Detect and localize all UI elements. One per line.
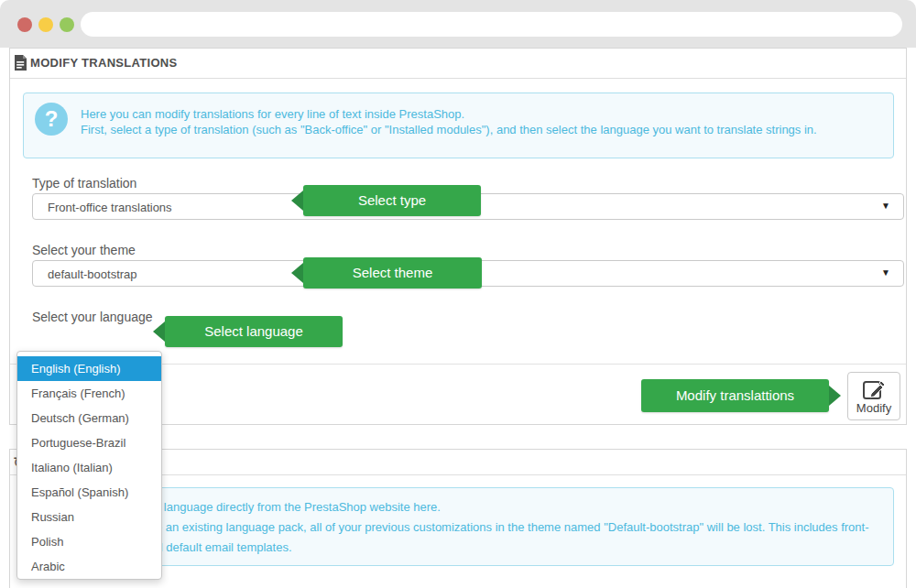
language-option-arabic[interactable]: Arabic <box>17 554 161 579</box>
callout-arrow-left-icon <box>153 321 165 342</box>
select-theme-callout: Select theme <box>303 257 482 289</box>
modify-button-label: Modify <box>848 401 900 415</box>
language-option-portuguese-brazil[interactable]: Portuguese-Brazil <box>17 430 161 455</box>
select-language-label: Select your language <box>32 310 153 324</box>
info-line: Here you can modify translations for eve… <box>81 106 817 122</box>
document-icon <box>14 55 27 75</box>
callout-arrow-right-icon <box>829 386 841 406</box>
info-line: First, select a type of translation (suc… <box>81 122 817 137</box>
caret-down-icon: ▼ <box>881 267 890 278</box>
callout-text: Select language <box>165 316 343 347</box>
callout-text: Modify translattions <box>641 379 829 412</box>
language-option-french[interactable]: Français (French) <box>17 381 161 406</box>
browser-chrome <box>0 0 916 48</box>
language-pack-info-text: You can add / update a language directly… <box>38 497 869 558</box>
language-option-english[interactable]: English (English) <box>17 356 161 381</box>
select-theme-label: Select your theme <box>32 243 136 257</box>
translations-info-text: Here you can modify translations for eve… <box>81 106 817 137</box>
callout-text: Select type <box>303 185 481 216</box>
callout-text: Select theme <box>303 257 482 289</box>
window-close-dot-icon[interactable] <box>17 17 32 32</box>
language-option-italian[interactable]: Italiano (Italian) <box>17 455 161 480</box>
panel-title: MODIFY TRANSLATIONS <box>30 56 178 70</box>
callout-arrow-left-icon <box>291 191 303 211</box>
panel-header: MODIFY TRANSLATIONS <box>10 49 906 79</box>
info-line: office modifications and default email t… <box>38 538 869 558</box>
callout-arrow-left-icon <box>291 263 303 283</box>
type-of-translation-label: Type of translation <box>32 176 136 191</box>
language-option-spanish[interactable]: Español (Spanish) <box>17 480 161 505</box>
modify-translations-callout: Modify translattions <box>641 379 829 412</box>
address-bar[interactable] <box>81 12 902 37</box>
window-minimize-dot-icon[interactable] <box>38 17 53 32</box>
info-line: If you choose to update an existing lang… <box>38 517 869 538</box>
select-type-callout: Select type <box>303 185 481 216</box>
language-dropdown-menu: English (English) Français (French) Deut… <box>16 351 162 580</box>
select-language-callout: Select language <box>165 316 343 347</box>
modify-button[interactable]: Modify <box>847 372 900 420</box>
caret-down-icon: ▼ <box>881 201 890 211</box>
help-circle-icon: ? <box>35 103 68 136</box>
language-option-polish[interactable]: Polish <box>17 529 161 554</box>
screen: MODIFY TRANSLATIONS ? Here you can modif… <box>0 0 916 588</box>
window-maximize-dot-icon[interactable] <box>60 17 74 32</box>
selected-type-value: Front-office translations <box>48 201 172 214</box>
language-option-russian[interactable]: Russian <box>17 505 161 529</box>
language-option-german[interactable]: Deutsch (German) <box>17 406 161 430</box>
edit-pencil-icon <box>861 376 887 402</box>
info-line: You can add / update a language directly… <box>38 497 869 517</box>
translations-info-box: ? Here you can modify translations for e… <box>23 93 894 158</box>
selected-theme-value: default-bootstrap <box>48 267 137 281</box>
